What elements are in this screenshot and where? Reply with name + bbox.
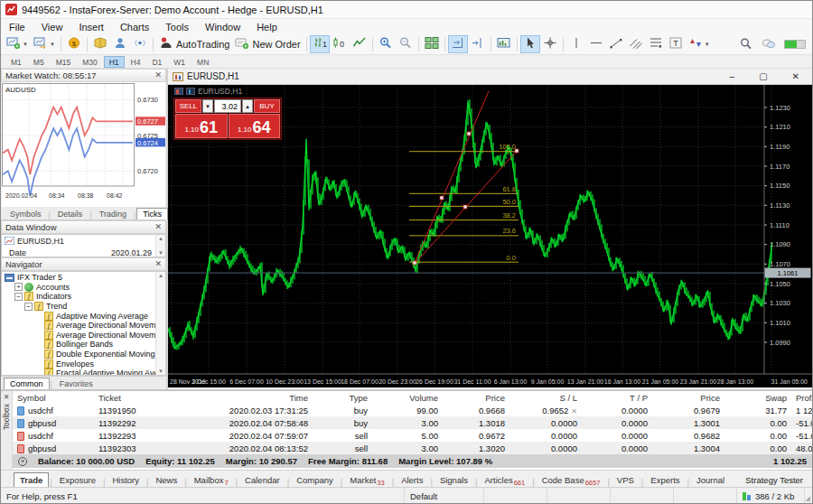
horizontal-line-button[interactable] [586, 35, 606, 53]
column-header-price[interactable]: Price [443, 391, 509, 404]
zoom-out-button[interactable] [396, 35, 416, 53]
market-watch-tab-details[interactable]: Details [51, 208, 89, 219]
auto-scroll-button[interactable] [448, 35, 468, 53]
toolbox-tab-alerts[interactable]: Alerts [395, 472, 429, 487]
menu-insert[interactable]: Insert [70, 21, 112, 33]
buy-button[interactable]: BUY [254, 99, 280, 113]
candle-chart-button[interactable]: 0 [330, 35, 350, 53]
timeframe-m1[interactable]: M1 [5, 56, 27, 68]
strategy-tester-tab[interactable]: Strategy Tester [736, 473, 812, 487]
chart-shift-button[interactable] [468, 35, 488, 53]
new-chart-dropdown-icon[interactable]: ▼ [23, 42, 28, 47]
volume-increase-button[interactable]: ▲ [242, 99, 253, 113]
new-chart-button[interactable]: ▼ [4, 35, 31, 53]
profiles-button[interactable]: ▼ [31, 35, 58, 53]
trade-row[interactable]: usdchf113919502020.02.03 17:31:25buy99.0… [13, 404, 812, 416]
toolbox-tab-news[interactable]: News [149, 472, 183, 487]
toolbox-tab-code-base[interactable]: Code Base6657 [536, 472, 607, 487]
depth-of-market-icon[interactable] [174, 88, 183, 95]
menu-file[interactable]: File [1, 21, 33, 33]
toolbox-tab-company[interactable]: Company [290, 472, 340, 487]
toolbox-tab-articles[interactable]: Articles661 [479, 472, 532, 487]
search-icon[interactable] [739, 37, 753, 52]
market-watch-tab-symbols[interactable]: Symbols [4, 208, 48, 219]
profiles-dropdown-icon[interactable]: ▼ [50, 42, 55, 47]
navigator-close-icon[interactable]: ✕ [154, 260, 162, 268]
column-header-tp[interactable]: T / P [582, 391, 652, 404]
navigator-item-average-directional-movement[interactable]: fAverage Directional Movement [2, 331, 165, 341]
column-header-price[interactable]: Price [652, 391, 724, 404]
toolbox-tab-exposure[interactable]: Exposure [53, 472, 102, 487]
timeframe-w1[interactable]: W1 [168, 56, 191, 68]
books-button[interactable] [90, 35, 110, 53]
navigator-item-ifx-trader-5[interactable]: IFX Trader 5 [2, 273, 165, 283]
status-profile[interactable]: Default [405, 488, 484, 504]
navigator-tab-favorites[interactable]: Favorites [53, 378, 99, 389]
toolbox-tab-mailbox[interactable]: Mailbox7 [188, 472, 235, 487]
navigator-item-indicators[interactable]: −fIndicators [2, 292, 165, 302]
line-chart-button[interactable] [350, 35, 369, 53]
data-window-date-row[interactable]: Date 2020.01.29 [2, 247, 165, 257]
menu-window[interactable]: Window [197, 21, 248, 33]
data-window-close-icon[interactable]: ✕ [154, 223, 162, 231]
navigator-tab-common[interactable]: Common [4, 378, 50, 389]
chart-maximize-button[interactable]: ▢ [759, 71, 767, 81]
volume-input[interactable]: 3.02 [214, 99, 241, 113]
menu-charts[interactable]: Charts [112, 21, 157, 33]
timeframe-h1[interactable]: H1 [104, 56, 125, 68]
chart-title-row[interactable]: EURUSD,H1 – ▢ ✕ [168, 69, 812, 85]
toolbox-tab-history[interactable]: History [106, 472, 145, 487]
timeframe-m15[interactable]: M15 [51, 56, 77, 68]
chat-icon[interactable] [762, 37, 776, 52]
fibonacci-button[interactable] [646, 35, 666, 53]
navigator-item-accounts[interactable]: +Accounts [2, 283, 165, 293]
toolbox-tab-market[interactable]: Market33 [343, 472, 390, 487]
signals-button[interactable] [130, 35, 150, 53]
chart-minimize-button[interactable]: – [730, 71, 735, 81]
cursor-button[interactable] [520, 35, 540, 53]
arrows-dropdown-icon[interactable]: ▼ [705, 42, 710, 47]
remove-sl-icon[interactable]: ✕ [571, 407, 577, 415]
column-header-time[interactable]: Time [177, 391, 313, 404]
navigator-item-fractal-adaptive-moving-avera[interactable]: fFractal Adaptive Moving Avera [2, 369, 165, 376]
column-header-sl[interactable]: S / L [509, 391, 582, 404]
sell-price-button[interactable]: 1.10 61 [175, 114, 228, 138]
navigator-item-double-exponential-moving-av[interactable]: fDouble Exponential Moving Av [2, 350, 165, 359]
volume-decrease-button[interactable]: ▼ [202, 99, 213, 113]
column-header-swap[interactable]: Swap [724, 391, 791, 404]
navigator-item-bollinger-bands[interactable]: fBollinger Bands [2, 340, 165, 350]
toolbox-tab-experts[interactable]: Experts [644, 472, 686, 487]
chart-close-button[interactable]: ✕ [792, 71, 799, 81]
trade-row[interactable]: gbpusd113922922020.02.04 07:58:48buy3.00… [13, 416, 812, 429]
column-header-profit[interactable]: Profit [791, 391, 812, 404]
equidistant-channel-button[interactable] [626, 35, 646, 53]
timeframe-mn[interactable]: MN [192, 56, 214, 68]
trade-row[interactable]: gbpusd113923032020.02.04 08:13:52sell3.0… [13, 442, 812, 454]
toolbox-tab-calendar[interactable]: Calendar [238, 472, 286, 487]
autotrading-button[interactable]: AutoTrading [156, 35, 233, 53]
data-window-symbol-row[interactable]: EURUSD,H1 [2, 235, 165, 247]
collapse-icon[interactable]: − [24, 303, 33, 311]
resize-grip[interactable]: ◢ [805, 488, 812, 504]
menu-view[interactable]: View [33, 21, 71, 33]
navigator-item-envelopes[interactable]: fEnvelopes [2, 359, 165, 369]
navigator-item-adaptive-moving-average[interactable]: fAdaptive Moving Average [2, 311, 165, 321]
menu-help[interactable]: Help [248, 21, 285, 33]
chart-canvas[interactable]: 100.061.850.038.223.60.01.12301.12101.11… [168, 85, 812, 387]
buy-price-button[interactable]: 1.10 64 [229, 114, 281, 138]
navigator-item-average-directional-movement[interactable]: fAverage Directional Movement [2, 321, 165, 331]
arrows-button[interactable]: ▼ [686, 35, 713, 53]
tile-windows-button[interactable] [422, 35, 442, 53]
chart-settings-icon[interactable] [186, 88, 195, 95]
toolbox-tab-signals[interactable]: Signals [434, 472, 474, 487]
menu-tools[interactable]: Tools [157, 21, 197, 33]
market-watch-close-icon[interactable]: ✕ [154, 71, 162, 79]
data-window-scrollbar[interactable]: ▲▼ [155, 235, 165, 257]
zoom-in-button[interactable] [376, 35, 396, 53]
navigator-scrollbar[interactable]: ▲▼ [155, 272, 165, 375]
new-order-button[interactable]: New Order [232, 35, 303, 53]
column-header-type[interactable]: Type [313, 391, 372, 404]
market-watch-tab-ticks[interactable]: Ticks [136, 208, 168, 219]
toolbox-tab-journal[interactable]: Journal [690, 472, 731, 487]
toolbox-tab-trade[interactable]: Trade [14, 472, 49, 487]
